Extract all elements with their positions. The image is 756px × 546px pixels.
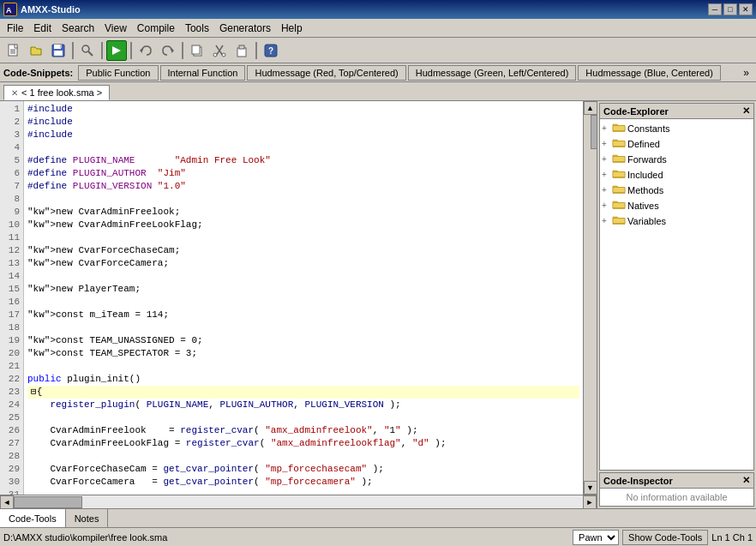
svg-marker-12 bbox=[112, 46, 121, 55]
svg-rect-22 bbox=[239, 45, 244, 49]
code-inspector-close[interactable]: ✕ bbox=[742, 475, 750, 486]
folder-icon bbox=[612, 153, 626, 166]
svg-text:A: A bbox=[6, 6, 12, 15]
tree-label: Variables bbox=[627, 214, 666, 228]
menu-item-file[interactable]: File bbox=[2, 21, 28, 36]
tree-expand-icon[interactable]: + bbox=[602, 122, 610, 135]
code-inspector: Code-Inspector✕No information available bbox=[599, 472, 754, 507]
svg-point-10 bbox=[82, 45, 89, 52]
tree-label: Defined bbox=[627, 137, 660, 151]
tree-item-forwards[interactable]: +Forwards bbox=[602, 152, 752, 167]
tree-expand-icon[interactable]: + bbox=[602, 199, 610, 213]
tree-item-included[interactable]: +Included bbox=[602, 167, 752, 183]
minimize-button[interactable]: ─ bbox=[708, 3, 722, 15]
tree-expand-icon[interactable]: + bbox=[602, 153, 610, 166]
tab-0[interactable]: ✕< 1 free look.sma > bbox=[3, 85, 110, 100]
toolbar-separator-3 bbox=[130, 42, 132, 59]
svg-line-11 bbox=[88, 51, 93, 56]
code-explorer-title: Code-Explorer bbox=[603, 106, 669, 117]
code-inspector-header: Code-Inspector✕ bbox=[600, 473, 753, 489]
code-area: 1234567891011121314151617181920212223242… bbox=[0, 101, 597, 495]
redo-button[interactable] bbox=[158, 40, 178, 61]
scroll-down-button[interactable]: ▼ bbox=[584, 481, 597, 495]
cut-button[interactable] bbox=[209, 40, 230, 61]
show-code-tools-button[interactable]: Show Code-Tools bbox=[622, 530, 708, 545]
menu-item-view[interactable]: View bbox=[99, 21, 132, 36]
code-explorer: Code-Explorer✕+Constants+Defined+Forward… bbox=[599, 103, 754, 471]
svg-rect-9 bbox=[54, 51, 63, 56]
snippet-btn-public-function[interactable]: Public Function bbox=[78, 65, 158, 81]
help-button[interactable]: ? bbox=[261, 40, 281, 61]
tree-label: Forwards bbox=[627, 153, 667, 166]
main-area: 1234567891011121314151617181920212223242… bbox=[0, 101, 756, 508]
new-file-button[interactable] bbox=[3, 40, 24, 61]
close-button[interactable]: ✕ bbox=[739, 3, 753, 15]
menu-bar: FileEditSearchViewCompileToolsGenerators… bbox=[0, 19, 756, 38]
bottom-tab-notes[interactable]: Notes bbox=[66, 509, 109, 527]
language-select[interactable]: Pawn bbox=[573, 530, 619, 545]
tree-expand-icon[interactable]: + bbox=[602, 214, 610, 228]
tree-item-methods[interactable]: +Methods bbox=[602, 183, 752, 198]
undo-button[interactable] bbox=[135, 40, 156, 61]
search-button[interactable] bbox=[77, 40, 98, 61]
snippet-btn-hudmessage-(red,-top/centered)[interactable]: Hudmessage (Red, Top/Centered) bbox=[247, 65, 405, 81]
menu-item-edit[interactable]: Edit bbox=[28, 21, 57, 36]
scroll-up-button[interactable]: ▲ bbox=[584, 101, 597, 115]
folder-icon bbox=[612, 183, 626, 197]
code-explorer-close[interactable]: ✕ bbox=[742, 105, 750, 117]
code-inspector-title: Code-Inspector bbox=[603, 476, 673, 486]
tree-label: Methods bbox=[627, 183, 663, 197]
maximize-button[interactable]: □ bbox=[723, 3, 737, 15]
title-controls: ─ □ ✕ bbox=[708, 3, 753, 15]
tree-item-defined[interactable]: +Defined bbox=[602, 136, 752, 152]
scroll-thumb[interactable] bbox=[591, 115, 597, 149]
scroll-left-button[interactable]: ◄ bbox=[0, 495, 14, 508]
snippet-btn-hudmessage-(green,-left/centered)[interactable]: Hudmessage (Green, Left/Centered) bbox=[408, 65, 577, 81]
open-file-button[interactable] bbox=[26, 40, 46, 61]
svg-marker-14 bbox=[171, 48, 174, 53]
tree-expand-icon[interactable]: + bbox=[602, 168, 610, 182]
snippet-btn-hudmessage-(blue,-centered)[interactable]: Hudmessage (Blue, Centered) bbox=[578, 65, 721, 81]
menu-item-generators[interactable]: Generators bbox=[214, 21, 276, 36]
copy-button[interactable] bbox=[187, 40, 207, 61]
line-numbers: 1234567891011121314151617181920212223242… bbox=[0, 101, 24, 495]
svg-rect-7 bbox=[54, 45, 61, 49]
h-scroll-thumb[interactable] bbox=[14, 496, 82, 508]
vertical-scrollbar[interactable]: ▲▼ bbox=[583, 101, 597, 495]
code-content[interactable]: #include #include #include #define PLUGI… bbox=[24, 101, 583, 495]
menu-item-tools[interactable]: Tools bbox=[180, 21, 214, 36]
code-editor[interactable]: 1234567891011121314151617181920212223242… bbox=[0, 101, 597, 508]
tree-item-variables[interactable]: +Variables bbox=[602, 213, 752, 229]
snippets-bar: Code-Snippets: Public FunctionInternal F… bbox=[0, 63, 756, 82]
tree-label: Included bbox=[627, 168, 663, 182]
folder-icon bbox=[612, 214, 626, 228]
explorer-tree: +Constants+Defined+Forwards+Included+Met… bbox=[600, 119, 753, 231]
save-file-button[interactable] bbox=[48, 40, 69, 61]
toolbar-separator-5 bbox=[255, 42, 257, 59]
bottom-tab-code-tools[interactable]: Code-Tools bbox=[0, 509, 66, 527]
snippets-more-button[interactable]: » bbox=[740, 67, 753, 79]
tree-item-constants[interactable]: +Constants bbox=[602, 121, 752, 136]
menu-item-search[interactable]: Search bbox=[57, 21, 99, 36]
bottom-tabs-bar: Code-ToolsNotes bbox=[0, 508, 756, 527]
svg-point-20 bbox=[222, 53, 225, 57]
tree-item-natives[interactable]: +Natives bbox=[602, 198, 752, 213]
toolbar-separator-2 bbox=[101, 42, 103, 59]
tree-expand-icon[interactable]: + bbox=[602, 137, 610, 151]
app-title: AMXX-Studio bbox=[21, 4, 81, 15]
code-explorer-header: Code-Explorer✕ bbox=[600, 104, 753, 119]
tab-close-btn[interactable]: ✕ bbox=[11, 88, 18, 98]
menu-item-help[interactable]: Help bbox=[276, 21, 308, 36]
scroll-right-button[interactable]: ► bbox=[583, 495, 597, 508]
paste-button[interactable] bbox=[231, 40, 252, 61]
run-button[interactable] bbox=[106, 40, 127, 61]
cursor-position: Ln 1 Ch 1 bbox=[711, 532, 753, 543]
snippet-btn-internal-function[interactable]: Internal Function bbox=[160, 65, 246, 81]
menu-item-compile[interactable]: Compile bbox=[132, 21, 180, 36]
h-scrollbar-container: ◄► bbox=[0, 495, 597, 508]
folder-icon bbox=[612, 137, 626, 151]
svg-rect-16 bbox=[192, 45, 200, 54]
status-bar: D:\AMXX studio\kompiler\free look.smaPaw… bbox=[0, 527, 756, 546]
folder-icon bbox=[612, 122, 626, 135]
tree-expand-icon[interactable]: + bbox=[602, 183, 610, 197]
